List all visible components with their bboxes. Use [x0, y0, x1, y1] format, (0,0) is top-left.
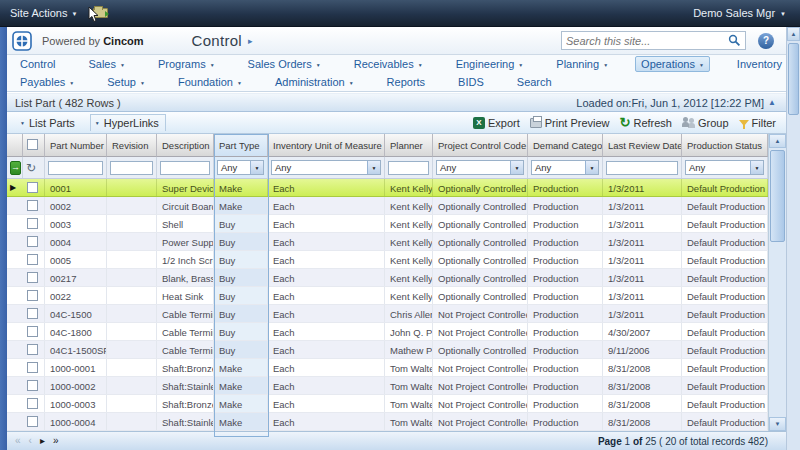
refresh-button[interactable]: ↻ Refresh	[620, 116, 672, 129]
collapse-panel-icon[interactable]: ▲	[768, 98, 776, 107]
table-row[interactable]: 04C-1500Cable TerminalBuyEachChris Allen…	[7, 305, 768, 323]
table-row[interactable]: 00217Blank, Brass #2BuyEachKent KellyOpt…	[7, 269, 768, 287]
row-checkbox[interactable]	[27, 380, 38, 391]
next-page-button[interactable]: ▸	[40, 436, 45, 446]
filter-input-last_review[interactable]	[606, 161, 678, 175]
column-header-pcc[interactable]: Project Control Code	[433, 134, 528, 157]
cell-uom: Each	[268, 269, 385, 286]
row-checkbox[interactable]	[27, 218, 38, 229]
chevron-down-icon[interactable]: ▼	[585, 161, 598, 174]
table-row[interactable]: 1000-0004Shaft:StainlessMakeEachTom Walt…	[7, 413, 768, 431]
row-checkbox[interactable]	[27, 308, 38, 319]
scroll-up-icon[interactable]: ▲	[787, 27, 800, 41]
row-checkbox[interactable]	[27, 182, 38, 193]
table-row[interactable]: 00051/2 Inch ScrewBuyEachKent KellyOptio…	[7, 251, 768, 269]
grid-scrollbar-thumb[interactable]	[770, 150, 785, 242]
select-all-checkbox[interactable]	[27, 139, 38, 150]
table-row[interactable]: 04C1-1500SPCable TerminalBuyEachMathew P…	[7, 341, 768, 359]
table-row[interactable]: 1000-0002Shaft:StainlessMakeEachTom Walt…	[7, 377, 768, 395]
filter-input-description[interactable]	[160, 161, 210, 175]
column-header-last_review[interactable]: Last Review Date	[603, 134, 682, 157]
filter-button[interactable]: Filter	[739, 117, 776, 129]
chevron-down-icon[interactable]: ▼	[250, 161, 263, 174]
filter-input-part_number[interactable]	[48, 161, 103, 175]
table-row[interactable]: 0022Heat SinkBuyEachKent KellyOptionally…	[7, 287, 768, 305]
menu-item-programs[interactable]: Programs▼	[152, 56, 221, 72]
menu-item-sales[interactable]: Sales▼	[82, 56, 130, 72]
first-page-button[interactable]: «	[15, 436, 21, 446]
table-row[interactable]: 04C-1800Cable TerminalBuyEachJohn Q. Pil…	[7, 323, 768, 341]
page-scrollbar-thumb[interactable]	[788, 43, 799, 115]
row-checkbox[interactable]	[27, 200, 38, 211]
menu-item-payables[interactable]: Payables▼	[14, 74, 80, 90]
page-status-text: Page 1 of 25 ( 20 of total records 482)	[598, 436, 768, 447]
group-button[interactable]: Group	[682, 117, 729, 129]
menu-item-foundation[interactable]: Foundation▼	[172, 74, 248, 90]
prev-page-button[interactable]: ‹	[29, 436, 32, 446]
chevron-down-icon[interactable]: ▼	[510, 161, 523, 174]
filter-input-planner[interactable]	[388, 161, 429, 175]
row-checkbox[interactable]	[27, 362, 38, 373]
filter-refresh-icon[interactable]: ↻	[26, 162, 36, 174]
cell-uom: Each	[268, 395, 385, 412]
table-row[interactable]: ▶0001Super DeviceMakeEachKent KellyOptio…	[7, 179, 768, 197]
row-checkbox[interactable]	[27, 416, 38, 427]
help-icon[interactable]: ?	[758, 33, 774, 49]
page-title[interactable]: Control ▸	[192, 32, 253, 49]
filter-select-uom[interactable]: Any▼	[271, 160, 381, 175]
row-checkbox[interactable]	[27, 236, 38, 247]
scroll-down-icon[interactable]: ▼	[769, 417, 786, 431]
table-row[interactable]: 0004Power SupplyBuyEachKent KellyOptiona…	[7, 233, 768, 251]
row-checkbox[interactable]	[27, 398, 38, 409]
column-header-planner[interactable]: Planner	[385, 134, 433, 157]
table-row[interactable]: 1000-0003Shaft:Bronze (FMakeEachTom Walt…	[7, 395, 768, 413]
row-checkbox[interactable]	[27, 344, 38, 355]
menu-item-search[interactable]: Search	[511, 74, 558, 90]
menu-item-operations[interactable]: Operations▼	[635, 56, 710, 72]
menu-item-receivables[interactable]: Receivables▼	[348, 56, 429, 72]
filter-select-status[interactable]: Any▼	[685, 160, 764, 175]
row-checkbox[interactable]	[27, 290, 38, 301]
apply-filter-button[interactable]: →	[10, 161, 21, 175]
chevron-down-icon[interactable]: ▼	[367, 161, 380, 174]
cell-last_review: 8/31/2008	[603, 377, 682, 394]
site-actions-menu[interactable]: Site Actions ▼	[0, 7, 87, 19]
column-header-demand[interactable]: Demand Category	[528, 134, 603, 157]
row-checkbox[interactable]	[27, 254, 38, 265]
column-header-part_type[interactable]: Part Type	[214, 134, 268, 157]
menu-item-control[interactable]: Control	[14, 56, 61, 72]
row-checkbox[interactable]	[27, 272, 38, 283]
search-input[interactable]	[566, 35, 728, 47]
menu-item-planning[interactable]: Planning▼	[550, 56, 614, 72]
menu-item-reports[interactable]: Reports	[381, 74, 432, 90]
menu-item-setup[interactable]: Setup▼	[101, 74, 151, 90]
row-checkbox[interactable]	[27, 326, 38, 337]
last-page-button[interactable]: »	[53, 436, 59, 446]
export-button[interactable]: X Export	[473, 117, 520, 129]
view-menu-hyperlinks[interactable]: ▼ HyperLinks	[90, 114, 166, 131]
print-preview-button[interactable]: Print Preview	[530, 117, 610, 129]
view-menu-list-parts[interactable]: ▼ List Parts	[16, 115, 81, 131]
search-icon[interactable]	[728, 34, 741, 47]
table-row[interactable]: 1000-0001Shaft:Bronze (FMakeEachTom Walt…	[7, 359, 768, 377]
menu-item-sales-orders[interactable]: Sales Orders▼	[242, 56, 327, 72]
column-header-uom[interactable]: Inventory Unit of Measure	[268, 134, 385, 157]
filter-select-part_type[interactable]: Any▼	[217, 160, 264, 175]
page-scrollbar[interactable]: ▲	[786, 27, 800, 450]
grid-scrollbar[interactable]: ▲ ▼	[768, 134, 786, 431]
table-row[interactable]: 0002Circuit BoardMakeEachKent KellyOptio…	[7, 197, 768, 215]
filter-input-revision[interactable]	[110, 161, 153, 175]
chevron-down-icon[interactable]: ▼	[750, 161, 763, 174]
column-header-description[interactable]: Description	[157, 134, 214, 157]
menu-item-administration[interactable]: Administration▼	[269, 74, 360, 90]
scroll-up-icon[interactable]: ▲	[769, 134, 786, 148]
column-header-part_number[interactable]: Part Number	[45, 134, 107, 157]
filter-select-pcc[interactable]: Any▼	[436, 160, 524, 175]
filter-select-demand[interactable]: Any▼	[531, 160, 599, 175]
menu-item-engineering[interactable]: Engineering▼	[450, 56, 530, 72]
menu-item-bids[interactable]: BIDS	[452, 74, 490, 90]
table-row[interactable]: 0003ShellBuyEachKent KellyOptionally Con…	[7, 215, 768, 233]
column-header-revision[interactable]: Revision	[107, 134, 157, 157]
user-menu[interactable]: Demo Sales Mgr ▼	[679, 7, 800, 19]
column-header-status[interactable]: Production Status	[682, 134, 768, 157]
